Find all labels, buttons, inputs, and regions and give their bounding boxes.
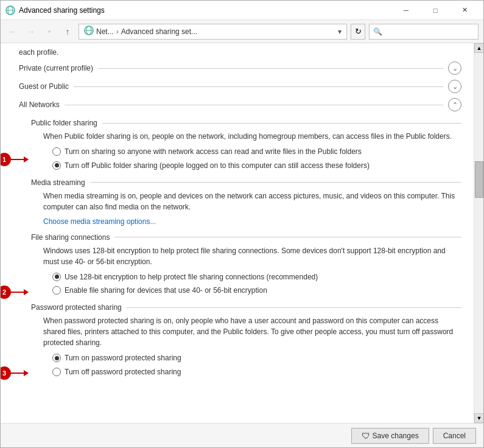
close-button[interactable]: ✕	[451, 1, 479, 20]
up-button[interactable]: ↑	[60, 24, 75, 39]
path-part2: Advanced sharing set...	[121, 27, 197, 36]
forward-button[interactable]: →	[24, 24, 38, 39]
window-icon	[5, 5, 15, 15]
radio-circle-pf2[interactable]	[52, 161, 61, 170]
all-networks-row: All Networks ⌄	[19, 98, 461, 111]
guest-label: Guest or Public	[19, 82, 69, 91]
file-sharing-option2-label: Enable file sharing for devices that use…	[65, 285, 267, 296]
save-label: Save changes	[373, 432, 419, 440]
media-streaming-section: Media streaming When media streaming is …	[31, 178, 461, 226]
public-folder-option2[interactable]: Turn off Public folder sharing (people l…	[52, 161, 461, 171]
shield-icon: 🛡	[362, 431, 370, 441]
media-streaming-header: Media streaming	[31, 178, 461, 187]
scrollbar-thumb[interactable]	[475, 161, 483, 198]
annotation1-line	[11, 159, 28, 160]
public-folder-option1[interactable]: Turn on sharing so anyone with network a…	[52, 147, 461, 157]
cancel-label: Cancel	[443, 432, 466, 440]
private-profile-row: Private (current profile) ⌄	[19, 61, 461, 75]
private-label: Private (current profile)	[19, 64, 93, 72]
guest-divider	[74, 86, 443, 87]
scrollbar[interactable]: ▲ ▼	[474, 43, 483, 423]
annotation2-area: 2 Use 128-bit encryption to help protect…	[31, 272, 461, 296]
annotation2-badge: 2	[1, 285, 11, 299]
file-sharing-title: File sharing connections	[31, 233, 110, 242]
annotation1-group: 1	[1, 153, 28, 166]
annotation1-area: 1 Turn on sharing so anyone with network…	[31, 147, 461, 171]
public-folder-title: Public folder sharing	[31, 119, 97, 127]
search-icon: 🔍	[373, 27, 382, 36]
public-folder-header: Public folder sharing	[31, 119, 461, 127]
password-sharing-option1-label: Turn on password protected sharing	[65, 353, 181, 363]
all-networks-divider	[65, 105, 443, 105]
radio-circle-ps2[interactable]	[52, 368, 61, 376]
annotation2-group: 2	[1, 285, 28, 299]
public-folder-section: Public folder sharing When Public folder…	[31, 119, 461, 171]
address-bar: ← → ▾ ↑ Net... › Advanced sharing set...…	[1, 20, 483, 43]
password-sharing-section: Password protected sharing When password…	[31, 303, 461, 377]
public-folder-option1-label: Turn on sharing so anyone with network a…	[65, 147, 362, 157]
footer: 🛡 Save changes Cancel	[1, 423, 483, 447]
password-sharing-options: Turn on password protected sharing Turn …	[52, 353, 461, 377]
file-sharing-option1[interactable]: Use 128-bit encryption to help protect f…	[52, 272, 461, 282]
maximize-button[interactable]: □	[421, 1, 449, 20]
main-area: each profile. Private (current profile) …	[1, 43, 483, 423]
annotation1-badge: 1	[1, 153, 11, 166]
private-collapse-icon[interactable]: ⌄	[448, 61, 461, 75]
annotation3-area: 3 Turn on password protected sharing Tu	[31, 353, 461, 377]
public-folder-desc: When Public folder sharing is on, people…	[43, 131, 461, 142]
cancel-button[interactable]: Cancel	[433, 428, 476, 444]
file-sharing-section: File sharing connections Windows uses 12…	[31, 233, 461, 296]
scrollbar-down[interactable]: ▼	[474, 413, 483, 423]
address-path-box[interactable]: Net... › Advanced sharing set... ▾	[79, 24, 347, 40]
guest-collapse-icon[interactable]: ⌄	[448, 80, 461, 93]
radio-circle-ps1[interactable]	[52, 354, 61, 362]
annotation3-arrowhead	[24, 370, 29, 376]
main-window: Advanced sharing settings ─ □ ✕ ← → ▾ ↑ …	[0, 0, 484, 448]
password-sharing-option2[interactable]: Turn off password protected sharing	[52, 367, 461, 377]
radio-circle-fs1[interactable]	[52, 273, 61, 281]
content-area: each profile. Private (current profile) …	[1, 43, 474, 423]
top-text: each profile.	[19, 48, 461, 57]
password-sharing-option1[interactable]: Turn on password protected sharing	[52, 353, 461, 363]
annotation3-badge: 3	[1, 366, 11, 380]
annotation1-arrowhead	[24, 156, 29, 163]
radio-circle-pf1[interactable]	[52, 147, 61, 156]
minimize-button[interactable]: ─	[392, 1, 420, 20]
search-box[interactable]: 🔍	[369, 24, 479, 40]
guest-profile-row: Guest or Public ⌄	[19, 80, 461, 93]
all-networks-label: All Networks	[19, 100, 60, 109]
all-networks-collapse-icon[interactable]: ⌄	[448, 98, 461, 111]
radio-circle-fs2[interactable]	[52, 286, 61, 295]
media-streaming-desc: When media streaming is on, people and d…	[43, 191, 461, 212]
file-sharing-options: Use 128-bit encryption to help protect f…	[52, 272, 461, 296]
path-icon	[84, 26, 94, 37]
title-bar: Advanced sharing settings ─ □ ✕	[1, 1, 483, 20]
back-button[interactable]: ←	[5, 24, 20, 39]
media-streaming-title: Media streaming	[31, 178, 85, 187]
window-controls: ─ □ ✕	[392, 1, 479, 20]
refresh-button[interactable]: ↻	[351, 24, 365, 40]
save-button[interactable]: 🛡 Save changes	[351, 428, 429, 444]
annotation2-line	[11, 292, 28, 293]
path-part1: Net...	[96, 27, 114, 36]
file-sharing-header: File sharing connections	[31, 233, 461, 242]
file-sharing-desc: Windows uses 128-bit encryption to help …	[43, 245, 461, 267]
file-sharing-option1-label: Use 128-bit encryption to help protect f…	[65, 272, 318, 282]
file-sharing-option2[interactable]: Enable file sharing for devices that use…	[52, 285, 461, 296]
annotation3-group: 3	[1, 366, 28, 380]
path-separator: ›	[116, 27, 119, 36]
password-sharing-desc: When password protected sharing is on, o…	[43, 315, 461, 348]
annotation2-arrowhead	[24, 289, 29, 295]
public-folder-options: Turn on sharing so anyone with network a…	[52, 147, 461, 171]
password-sharing-title: Password protected sharing	[31, 303, 122, 312]
path-dropdown-icon[interactable]: ▾	[338, 27, 342, 36]
scrollbar-track[interactable]	[474, 53, 483, 413]
window-title: Advanced sharing settings	[19, 6, 392, 15]
media-streaming-link[interactable]: Choose media streaming options...	[43, 217, 461, 226]
scrollbar-up[interactable]: ▲	[474, 43, 483, 53]
public-folder-option2-label: Turn off Public folder sharing (people l…	[65, 161, 370, 171]
password-sharing-option2-label: Turn off password protected sharing	[65, 367, 181, 377]
recent-button[interactable]: ▾	[42, 24, 57, 39]
private-divider	[98, 68, 443, 69]
password-sharing-header: Password protected sharing	[31, 303, 461, 312]
